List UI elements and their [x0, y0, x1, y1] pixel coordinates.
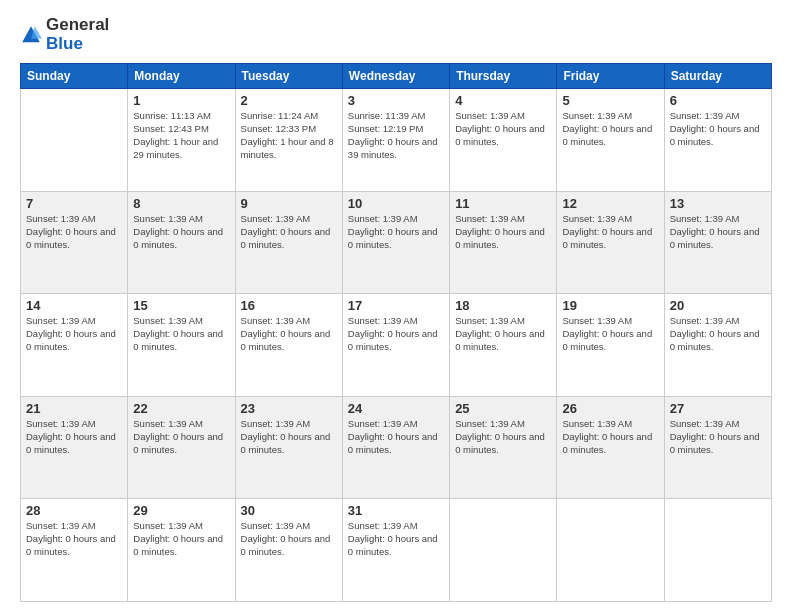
day-info: Sunset: 1:39 AM Daylight: 0 hours and 0 …	[26, 315, 122, 353]
week-row-3: 14Sunset: 1:39 AM Daylight: 0 hours and …	[21, 294, 772, 397]
day-number: 18	[455, 298, 551, 313]
calendar-cell: 10Sunset: 1:39 AM Daylight: 0 hours and …	[342, 191, 449, 294]
day-number: 10	[348, 196, 444, 211]
day-info: Sunset: 1:39 AM Daylight: 0 hours and 0 …	[670, 315, 766, 353]
calendar-cell: 25Sunset: 1:39 AM Daylight: 0 hours and …	[450, 396, 557, 499]
day-info: Sunset: 1:39 AM Daylight: 0 hours and 0 …	[348, 520, 444, 558]
calendar-cell: 16Sunset: 1:39 AM Daylight: 0 hours and …	[235, 294, 342, 397]
logo: General Blue	[20, 16, 109, 53]
day-number: 26	[562, 401, 658, 416]
calendar-cell: 23Sunset: 1:39 AM Daylight: 0 hours and …	[235, 396, 342, 499]
calendar-cell	[21, 89, 128, 192]
calendar-cell	[664, 499, 771, 602]
day-info: Sunset: 1:39 AM Daylight: 0 hours and 0 …	[670, 418, 766, 456]
day-number: 31	[348, 503, 444, 518]
calendar-cell: 24Sunset: 1:39 AM Daylight: 0 hours and …	[342, 396, 449, 499]
day-info: Sunset: 1:39 AM Daylight: 0 hours and 0 …	[241, 213, 337, 251]
logo-icon	[20, 24, 42, 46]
day-number: 22	[133, 401, 229, 416]
calendar-cell: 20Sunset: 1:39 AM Daylight: 0 hours and …	[664, 294, 771, 397]
header: General Blue	[20, 16, 772, 53]
day-number: 28	[26, 503, 122, 518]
day-number: 24	[348, 401, 444, 416]
calendar-cell: 5Sunset: 1:39 AM Daylight: 0 hours and 0…	[557, 89, 664, 192]
calendar-cell: 1Sunrise: 11:13 AM Sunset: 12:43 PM Dayl…	[128, 89, 235, 192]
day-info: Sunset: 1:39 AM Daylight: 0 hours and 0 …	[26, 418, 122, 456]
day-number: 20	[670, 298, 766, 313]
day-info: Sunset: 1:39 AM Daylight: 0 hours and 0 …	[455, 213, 551, 251]
day-number: 13	[670, 196, 766, 211]
calendar-cell: 31Sunset: 1:39 AM Daylight: 0 hours and …	[342, 499, 449, 602]
day-info: Sunset: 1:39 AM Daylight: 0 hours and 0 …	[26, 213, 122, 251]
day-info: Sunset: 1:39 AM Daylight: 0 hours and 0 …	[455, 110, 551, 148]
day-info: Sunset: 1:39 AM Daylight: 0 hours and 0 …	[133, 418, 229, 456]
calendar-cell: 8Sunset: 1:39 AM Daylight: 0 hours and 0…	[128, 191, 235, 294]
calendar-cell: 13Sunset: 1:39 AM Daylight: 0 hours and …	[664, 191, 771, 294]
day-number: 17	[348, 298, 444, 313]
calendar-cell: 19Sunset: 1:39 AM Daylight: 0 hours and …	[557, 294, 664, 397]
day-info: Sunset: 1:39 AM Daylight: 0 hours and 0 …	[455, 418, 551, 456]
day-info: Sunset: 1:39 AM Daylight: 0 hours and 0 …	[241, 418, 337, 456]
weekday-header-tuesday: Tuesday	[235, 64, 342, 89]
day-number: 4	[455, 93, 551, 108]
calendar-cell: 29Sunset: 1:39 AM Daylight: 0 hours and …	[128, 499, 235, 602]
day-info: Sunset: 1:39 AM Daylight: 0 hours and 0 …	[562, 315, 658, 353]
day-number: 7	[26, 196, 122, 211]
calendar-cell: 7Sunset: 1:39 AM Daylight: 0 hours and 0…	[21, 191, 128, 294]
day-number: 8	[133, 196, 229, 211]
calendar-cell: 17Sunset: 1:39 AM Daylight: 0 hours and …	[342, 294, 449, 397]
day-info: Sunset: 1:39 AM Daylight: 0 hours and 0 …	[562, 418, 658, 456]
day-info: Sunrise: 11:24 AM Sunset: 12:33 PM Dayli…	[241, 110, 337, 161]
week-row-1: 1Sunrise: 11:13 AM Sunset: 12:43 PM Dayl…	[21, 89, 772, 192]
day-number: 9	[241, 196, 337, 211]
day-number: 5	[562, 93, 658, 108]
day-info: Sunset: 1:39 AM Daylight: 0 hours and 0 …	[670, 110, 766, 148]
calendar-cell: 14Sunset: 1:39 AM Daylight: 0 hours and …	[21, 294, 128, 397]
day-number: 12	[562, 196, 658, 211]
day-number: 25	[455, 401, 551, 416]
day-info: Sunset: 1:39 AM Daylight: 0 hours and 0 …	[455, 315, 551, 353]
day-info: Sunrise: 11:39 AM Sunset: 12:19 PM Dayli…	[348, 110, 444, 161]
day-number: 11	[455, 196, 551, 211]
day-info: Sunset: 1:39 AM Daylight: 0 hours and 0 …	[26, 520, 122, 558]
day-number: 14	[26, 298, 122, 313]
calendar-cell: 9Sunset: 1:39 AM Daylight: 0 hours and 0…	[235, 191, 342, 294]
week-row-4: 21Sunset: 1:39 AM Daylight: 0 hours and …	[21, 396, 772, 499]
weekday-header-sunday: Sunday	[21, 64, 128, 89]
weekday-header-friday: Friday	[557, 64, 664, 89]
day-info: Sunset: 1:39 AM Daylight: 0 hours and 0 …	[241, 520, 337, 558]
calendar-cell: 12Sunset: 1:39 AM Daylight: 0 hours and …	[557, 191, 664, 294]
day-info: Sunset: 1:39 AM Daylight: 0 hours and 0 …	[348, 418, 444, 456]
day-number: 29	[133, 503, 229, 518]
calendar-cell: 18Sunset: 1:39 AM Daylight: 0 hours and …	[450, 294, 557, 397]
calendar-cell: 3Sunrise: 11:39 AM Sunset: 12:19 PM Dayl…	[342, 89, 449, 192]
day-number: 3	[348, 93, 444, 108]
weekday-header-wednesday: Wednesday	[342, 64, 449, 89]
week-row-5: 28Sunset: 1:39 AM Daylight: 0 hours and …	[21, 499, 772, 602]
day-info: Sunset: 1:39 AM Daylight: 0 hours and 0 …	[670, 213, 766, 251]
day-info: Sunrise: 11:13 AM Sunset: 12:43 PM Dayli…	[133, 110, 229, 161]
logo-text: General Blue	[46, 16, 109, 53]
day-info: Sunset: 1:39 AM Daylight: 0 hours and 0 …	[348, 213, 444, 251]
calendar-cell	[450, 499, 557, 602]
calendar-cell: 15Sunset: 1:39 AM Daylight: 0 hours and …	[128, 294, 235, 397]
calendar-cell: 6Sunset: 1:39 AM Daylight: 0 hours and 0…	[664, 89, 771, 192]
day-info: Sunset: 1:39 AM Daylight: 0 hours and 0 …	[133, 315, 229, 353]
calendar-cell: 26Sunset: 1:39 AM Daylight: 0 hours and …	[557, 396, 664, 499]
day-info: Sunset: 1:39 AM Daylight: 0 hours and 0 …	[348, 315, 444, 353]
calendar-cell: 22Sunset: 1:39 AM Daylight: 0 hours and …	[128, 396, 235, 499]
day-number: 21	[26, 401, 122, 416]
day-info: Sunset: 1:39 AM Daylight: 0 hours and 0 …	[562, 213, 658, 251]
day-info: Sunset: 1:39 AM Daylight: 0 hours and 0 …	[241, 315, 337, 353]
weekday-header-monday: Monday	[128, 64, 235, 89]
calendar-cell: 11Sunset: 1:39 AM Daylight: 0 hours and …	[450, 191, 557, 294]
day-number: 23	[241, 401, 337, 416]
calendar-cell: 21Sunset: 1:39 AM Daylight: 0 hours and …	[21, 396, 128, 499]
week-row-2: 7Sunset: 1:39 AM Daylight: 0 hours and 0…	[21, 191, 772, 294]
calendar-cell: 27Sunset: 1:39 AM Daylight: 0 hours and …	[664, 396, 771, 499]
calendar-cell	[557, 499, 664, 602]
day-info: Sunset: 1:39 AM Daylight: 0 hours and 0 …	[562, 110, 658, 148]
day-info: Sunset: 1:39 AM Daylight: 0 hours and 0 …	[133, 520, 229, 558]
day-number: 19	[562, 298, 658, 313]
day-number: 27	[670, 401, 766, 416]
